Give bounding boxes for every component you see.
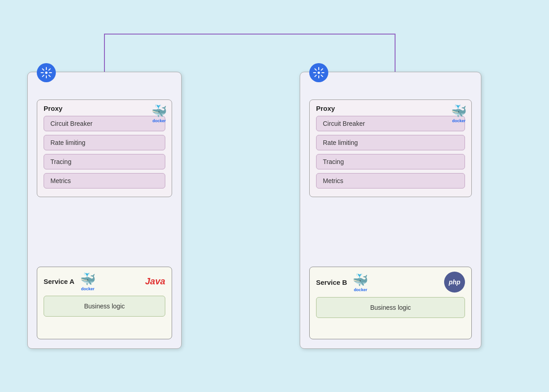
service-a-box: Service A 🐳 docker Java Business logic <box>37 267 172 339</box>
docker-label-a: docker <box>151 119 167 123</box>
proxy-box-b: Proxy 🐳 docker Circuit Breaker Rate limi… <box>309 99 472 197</box>
business-logic-a: Business logic <box>44 296 165 317</box>
proxy-item-metrics-b: Metrics <box>316 173 465 189</box>
proxy-item-circuit-breaker-b: Circuit Breaker <box>316 116 465 131</box>
diagram-container: Proxy 🐳 docker Circuit Breaker Rate limi… <box>0 0 549 392</box>
docker-whale-icon-a: 🐳 <box>151 104 167 119</box>
docker-label-service-a: docker <box>80 287 96 291</box>
proxy-title-a: Proxy <box>44 104 165 112</box>
svg-point-17 <box>317 71 320 74</box>
docker-whale-icon-b: 🐳 <box>451 104 467 119</box>
proxy-item-tracing-b: Tracing <box>316 154 465 169</box>
docker-icon-service-a: 🐳 docker <box>80 272 96 291</box>
java-icon: Java <box>145 276 166 287</box>
docker-icon-service-b: 🐳 docker <box>352 273 368 292</box>
proxy-title-b: Proxy <box>316 104 465 112</box>
proxy-box-a: Proxy 🐳 docker Circuit Breaker Rate limi… <box>37 99 172 197</box>
docker-icon-a: 🐳 docker <box>151 104 167 123</box>
docker-label-b: docker <box>451 119 467 123</box>
proxy-item-metrics-a: Metrics <box>44 173 165 189</box>
service-b-title: Service B <box>316 278 347 286</box>
php-icon: php <box>444 272 465 293</box>
svg-point-7 <box>45 71 47 74</box>
proxy-item-rate-limiting-b: Rate limiting <box>316 135 465 150</box>
service-a-title: Service A <box>44 278 74 285</box>
proxy-item-rate-limiting-a: Rate limiting <box>44 135 165 150</box>
docker-whale-service-a: 🐳 <box>80 272 96 287</box>
proxy-item-tracing-a: Tracing <box>44 154 165 169</box>
kubernetes-icon-b <box>309 63 328 82</box>
kubernetes-icon-a <box>37 63 56 82</box>
service-a-group: Proxy 🐳 docker Circuit Breaker Rate limi… <box>27 72 182 349</box>
business-logic-b: Business logic <box>316 297 465 318</box>
proxy-item-circuit-breaker-a: Circuit Breaker <box>44 116 165 131</box>
docker-whale-service-b: 🐳 <box>352 273 368 288</box>
service-b-box: Service B 🐳 docker php Business logic <box>309 267 472 339</box>
docker-icon-b: 🐳 docker <box>451 104 467 123</box>
service-b-group: Proxy 🐳 docker Circuit Breaker Rate limi… <box>300 72 481 349</box>
docker-label-service-b: docker <box>352 288 368 292</box>
